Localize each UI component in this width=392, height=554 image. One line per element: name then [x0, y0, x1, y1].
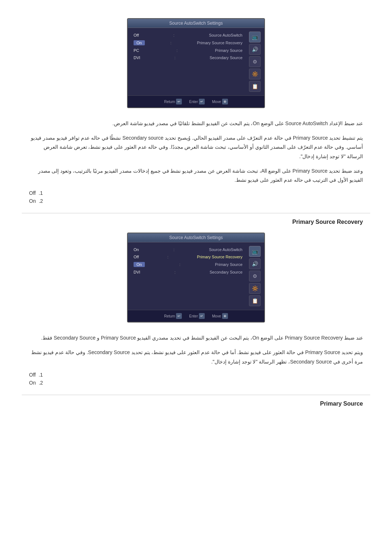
- num-2-2: 2.: [39, 380, 43, 386]
- sidebar-icon-4: 🔆: [249, 69, 261, 79]
- numbered-list-1: 1. Off 2. On: [29, 190, 363, 204]
- menu-value-2-3: On: [134, 262, 145, 267]
- menu-value-2-4: DVI: [134, 270, 140, 274]
- menu-row-1-4: Secondary Source : DVI: [131, 54, 245, 61]
- move-label-1: Move: [212, 100, 221, 104]
- move-label-2: Move: [212, 314, 221, 318]
- para-span-2-1: ويتم تحديد Primary Source في حالة العثور…: [31, 349, 363, 364]
- tv-body-1: 📺 🔊 ⚙ 🔆 📋 Source AutoSwitch : Off Primar…: [128, 28, 264, 95]
- sidebar-icon-2: 🔊: [249, 44, 261, 55]
- menu-row-2-2: Primary Source Recovery : Off: [131, 253, 245, 260]
- tv-bottom-2: ⊕ Move ↵ Enter ↩ Return: [128, 310, 264, 322]
- menu-value-1-3: PC: [134, 48, 139, 53]
- menu-label-2-2: Primary Source Recovery: [197, 255, 242, 259]
- menu-label-1-4: Secondary Source: [210, 56, 243, 60]
- menu-row-2-4: Secondary Source : DVI: [131, 268, 245, 276]
- menu-row-2-1: Source AutoSwitch : On: [131, 246, 245, 253]
- section-header-2: Primary Source Recovery: [22, 219, 370, 225]
- return-label-1: Return: [164, 100, 175, 104]
- menu-label-2-1: Source AutoSwitch: [209, 247, 242, 252]
- screenshot-2: Source AutoSwitch Settings 📺 🔊 ⚙ 🔆 📋 Sou…: [127, 233, 265, 323]
- para-2-1: ويتم تحديد Primary Source في حالة العثور…: [22, 348, 370, 366]
- move-icon-1: ⊕: [222, 99, 228, 104]
- intro-span-1: عند ضبط الإعداد Source AutoSwitch على ال…: [113, 120, 363, 126]
- divider-2: [22, 395, 370, 395]
- sidebar-icon-2-4: 🔆: [249, 283, 261, 294]
- return-label-2: Return: [164, 314, 175, 318]
- list-item-2-2: 2. On: [29, 380, 363, 386]
- menu-label-1-3: Primary Source: [215, 48, 242, 53]
- enter-label-1: Enter: [189, 100, 198, 104]
- numbered-list-2: 1. Off 2. On: [29, 372, 363, 386]
- title-text-1: Source AutoSwitch Settings: [169, 21, 222, 26]
- tv-body-2: 📺 🔊 ⚙ 🔆 📋 Source AutoSwitch : On Primary…: [128, 242, 264, 310]
- menu-value-1-2: On: [134, 40, 145, 45]
- menu-label-2-4: Secondary Source: [210, 270, 243, 274]
- enter-btn-2: ↵ Enter: [189, 313, 205, 319]
- tv-main-2: Source AutoSwitch : On Primary Source Re…: [131, 246, 245, 306]
- menu-sep-2-1: :: [173, 247, 175, 252]
- move-btn-1: ⊕ Move: [212, 99, 228, 104]
- item-text-2-2: On: [29, 380, 36, 386]
- list-item-2-1: 1. Off: [29, 372, 363, 378]
- sidebar-icon-1: 📺: [249, 32, 261, 42]
- menu-sep-2-3: :: [179, 262, 180, 267]
- enter-label-2: Enter: [189, 314, 198, 318]
- menu-sep-1-1: :: [173, 33, 175, 37]
- para-1-1: يتم تنشيط تحديد Primary Source في حالة ع…: [22, 134, 370, 161]
- menu-row-1-3: Primary Source : PC: [131, 47, 245, 54]
- menu-label-2-3: Primary Source: [215, 262, 242, 267]
- menu-sep-1-4: :: [174, 56, 175, 60]
- intro-span-2: عند ضبط Primary Source Recovery على الوض…: [41, 335, 363, 341]
- return-icon-2: ↩: [176, 313, 182, 319]
- menu-row-2-3: Primary Source : On: [131, 260, 245, 268]
- sidebar-icon-5: 📋: [249, 81, 261, 92]
- num-1-2: 2.: [39, 198, 43, 204]
- item-text-1-1: Off: [29, 190, 36, 196]
- title-text-2: Source AutoSwitch Settings: [169, 235, 222, 240]
- menu-sep-1-2: :: [170, 41, 171, 45]
- divider-1: [22, 213, 370, 213]
- menu-label-1-1: Source AutoSwitch: [209, 33, 242, 37]
- menu-sep-2-2: :: [167, 255, 168, 259]
- section-header-3: Primary Source: [22, 401, 370, 407]
- sidebar-icon-2-2: 🔊: [249, 258, 261, 269]
- enter-btn-1: ↵ Enter: [189, 99, 205, 104]
- menu-value-1-1: Off: [134, 33, 139, 37]
- tv-sidebar-1: 📺 🔊 ⚙ 🔆 📋: [248, 32, 261, 92]
- num-2-1: 1.: [38, 372, 43, 378]
- screenshot-1: Source AutoSwitch Settings 📺 🔊 ⚙ 🔆 📋 Sou…: [127, 18, 265, 108]
- list-item-1-1: 1. Off: [29, 190, 363, 196]
- intro-text-1: عند ضبط الإعداد Source AutoSwitch على ال…: [22, 119, 370, 128]
- sidebar-icon-2-1: 📺: [249, 246, 261, 257]
- return-btn-2: ↩ Return: [164, 313, 182, 319]
- return-btn-1: ↩ Return: [164, 99, 182, 104]
- tv-title-1: Source AutoSwitch Settings: [128, 19, 264, 28]
- item-text-2-1: Off: [29, 372, 36, 378]
- page-content: Source AutoSwitch Settings 📺 🔊 ⚙ 🔆 📋 Sou…: [22, 18, 370, 407]
- sidebar-icon-2-3: ⚙: [249, 271, 261, 282]
- menu-value-1-4: DVI: [134, 56, 140, 60]
- menu-label-1-2: Primary Source Recovery: [197, 41, 242, 45]
- tv-sidebar-2: 📺 🔊 ⚙ 🔆 📋: [248, 246, 261, 306]
- sidebar-icon-2-5: 📋: [249, 295, 261, 306]
- para-span-1-2: وعند ضبط تحديد Primary Source على الوضع …: [38, 168, 363, 183]
- list-item-1-2: 2. On: [29, 198, 363, 204]
- enter-icon-2: ↵: [199, 313, 205, 319]
- menu-sep-1-3: :: [176, 48, 177, 53]
- menu-row-1-2: Primary Source Recovery : On: [131, 39, 245, 47]
- return-icon-1: ↩: [176, 99, 182, 104]
- menu-value-2-2: Off: [134, 255, 139, 259]
- para-1-2: وعند ضبط تحديد Primary Source على الوضع …: [22, 167, 370, 185]
- tv-main-1: Source AutoSwitch : Off Primary Source R…: [131, 32, 245, 92]
- sidebar-icon-3: ⚙: [249, 56, 261, 67]
- tv-bottom-1: ⊕ Move ↵ Enter ↩ Return: [128, 95, 264, 107]
- menu-sep-2-4: :: [174, 270, 175, 274]
- move-btn-2: ⊕ Move: [212, 313, 228, 319]
- tv-title-2: Source AutoSwitch Settings: [128, 233, 264, 242]
- num-1-1: 1.: [38, 190, 43, 196]
- section-header-text-3: Primary Source: [320, 401, 363, 407]
- move-icon-2: ⊕: [222, 313, 228, 319]
- intro-text-2: عند ضبط Primary Source Recovery على الوض…: [22, 333, 370, 342]
- enter-icon-1: ↵: [199, 99, 205, 104]
